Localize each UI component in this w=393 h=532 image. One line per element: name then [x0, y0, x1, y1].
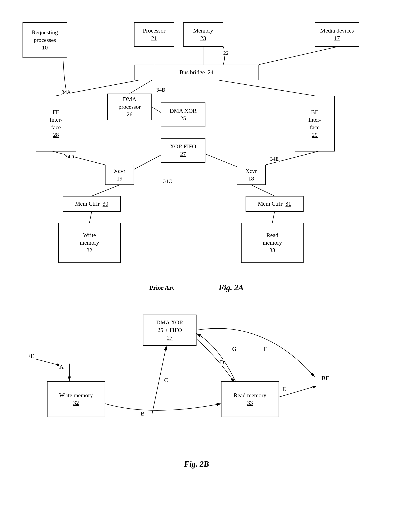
svg-line-6: [152, 107, 161, 112]
label-be: BE: [321, 375, 329, 382]
label-34b: 34B: [156, 87, 165, 93]
page: Requesting processes 10 Processor 21 Mem…: [0, 0, 393, 532]
fig2b-title: Fig. 2B: [18, 459, 375, 469]
box-write-memory-2: Write memory 32: [47, 381, 105, 417]
box-dma-xor: DMA XOR 25: [161, 102, 206, 127]
label-d: D: [220, 359, 224, 366]
box-media-devices: Media devices 17: [315, 22, 359, 47]
label-c: C: [164, 377, 168, 384]
label-e: E: [282, 386, 286, 393]
label-34a: 34A: [62, 89, 71, 95]
box-mem-ctrlr-30: Mem Ctrlr 30: [63, 196, 121, 212]
box-memory-23: Memory 23: [183, 22, 223, 47]
fig2a-caption: Prior Art Fig. 2A: [18, 283, 375, 292]
box-xcvr-18: Xcvr 18: [237, 165, 266, 185]
label-34d: 34D: [65, 154, 74, 160]
svg-line-5: [219, 80, 315, 96]
svg-line-21: [36, 359, 62, 366]
fig2a-title: Fig. 2A: [219, 283, 244, 292]
diagram-b: DMA XOR 25 + FIFO 27 Write memory 32 Rea…: [18, 301, 375, 457]
box-requesting-processes: Requesting processes 10: [23, 22, 67, 58]
box-mem-ctrlr-31: Mem Ctrlr 31: [246, 196, 304, 212]
box-processor-21: Processor 21: [134, 22, 174, 47]
svg-line-3: [130, 80, 152, 94]
label-f: F: [263, 346, 266, 352]
label-34e: 34E: [270, 156, 279, 162]
svg-line-13: [272, 212, 275, 223]
box-dma-xor-2: DMA XOR 25 + FIFO 27: [143, 315, 196, 346]
label-b: B: [141, 410, 145, 417]
diagram-a: Requesting processes 10 Processor 21 Mem…: [18, 13, 375, 281]
label-a: A: [59, 364, 64, 370]
svg-line-16: [259, 47, 337, 65]
box-xcvr-19: Xcvr 19: [105, 165, 134, 185]
svg-line-12: [89, 212, 92, 223]
box-be-interface: BE Inter- face 29: [295, 96, 335, 152]
box-bus-bridge: Bus bridge 24: [134, 65, 259, 80]
box-read-memory-2: Read memory 33: [221, 381, 279, 417]
box-xor-fifo: XOR FIFO 27: [161, 138, 206, 163]
label-fe: FE: [27, 352, 34, 359]
label-g: G: [232, 346, 236, 352]
box-write-memory-32: Write memory 32: [58, 223, 121, 263]
label-34c: 34C: [163, 178, 172, 184]
box-fe-interface: FE Inter- face 28: [36, 96, 76, 152]
svg-line-10: [92, 185, 120, 196]
svg-line-11: [251, 185, 275, 196]
box-read-memory-33: Read memory 33: [241, 223, 304, 263]
box-dma-processor: DMA processor 26: [107, 94, 152, 120]
prior-art-label: Prior Art: [149, 284, 174, 291]
label-22: 22: [223, 50, 229, 56]
